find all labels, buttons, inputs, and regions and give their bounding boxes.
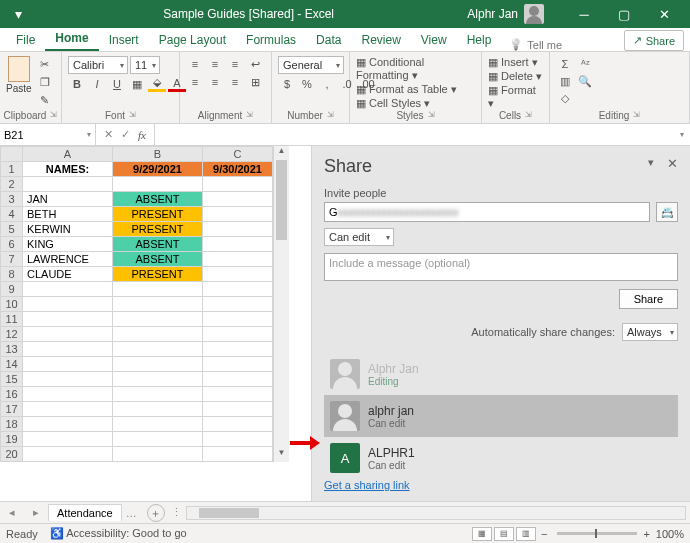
close-button[interactable]: ✕ [644, 0, 684, 28]
maximize-button[interactable]: ▢ [604, 0, 644, 28]
permission-select[interactable]: Can edit [324, 228, 394, 246]
cell[interactable]: PRESENT [113, 222, 203, 237]
align-left-icon[interactable]: ≡ [186, 74, 204, 90]
tab-file[interactable]: File [6, 29, 45, 51]
cell[interactable]: 9/30/2021 [203, 162, 273, 177]
cell[interactable] [203, 387, 273, 402]
cell[interactable] [113, 312, 203, 327]
cell[interactable] [203, 177, 273, 192]
tab-page-layout[interactable]: Page Layout [149, 29, 236, 51]
pane-pin-icon[interactable]: ▾ [648, 156, 654, 169]
cell[interactable] [113, 402, 203, 417]
format-painter-icon[interactable]: ✎ [36, 92, 54, 108]
cell[interactable]: LAWRENCE [23, 252, 113, 267]
cell[interactable] [113, 342, 203, 357]
share-button-top[interactable]: ↗Share [624, 30, 684, 51]
cell[interactable] [203, 372, 273, 387]
cell-styles-button[interactable]: ▦ Cell Styles ▾ [356, 97, 430, 110]
cell[interactable] [23, 177, 113, 192]
cell[interactable] [203, 207, 273, 222]
cell[interactable] [23, 357, 113, 372]
minimize-button[interactable]: ─ [564, 0, 604, 28]
cell[interactable] [23, 312, 113, 327]
font-size-select[interactable]: 11 [130, 56, 160, 74]
align-center-icon[interactable]: ≡ [206, 74, 224, 90]
ribbon-options-icon[interactable]: ▾ [6, 6, 30, 22]
cell[interactable]: NAMES: [23, 162, 113, 177]
row-header[interactable]: 3 [1, 192, 23, 207]
cell[interactable] [203, 327, 273, 342]
cell[interactable] [203, 447, 273, 462]
account-area[interactable]: Alphr Jan [467, 4, 544, 24]
person-row[interactable]: A ALPHR1 Can edit [324, 437, 678, 479]
tell-me-search[interactable]: Tell me [509, 38, 562, 51]
view-page-break-icon[interactable]: ▥ [516, 527, 536, 541]
delete-cells-button[interactable]: ▦ Delete ▾ [488, 70, 542, 83]
row-header[interactable]: 9 [1, 282, 23, 297]
row-header[interactable]: 17 [1, 402, 23, 417]
currency-icon[interactable]: $ [278, 76, 296, 92]
cell[interactable] [203, 297, 273, 312]
person-row[interactable]: alphr jan Can edit [324, 395, 678, 437]
pane-close-icon[interactable]: ✕ [667, 156, 678, 171]
cell[interactable]: ABSENT [113, 237, 203, 252]
formula-bar[interactable] [155, 124, 690, 145]
cell[interactable] [113, 372, 203, 387]
number-format-select[interactable]: General [278, 56, 344, 74]
cell[interactable] [203, 237, 273, 252]
align-right-icon[interactable]: ≡ [226, 74, 244, 90]
cell[interactable] [203, 252, 273, 267]
auto-share-select[interactable]: Always [622, 323, 678, 341]
conditional-formatting-button[interactable]: ▦ Conditional Formatting ▾ [356, 56, 475, 82]
get-sharing-link[interactable]: Get a sharing link [324, 479, 678, 491]
tab-formulas[interactable]: Formulas [236, 29, 306, 51]
spreadsheet-grid[interactable]: A B C 1 NAMES: 9/29/2021 9/30/2021 2 3JA… [0, 146, 311, 501]
vertical-scrollbar[interactable]: ▲▼ [273, 146, 289, 462]
clear-icon[interactable]: ◇ [556, 90, 574, 106]
percent-icon[interactable]: % [298, 76, 316, 92]
row-header[interactable]: 19 [1, 432, 23, 447]
tab-data[interactable]: Data [306, 29, 351, 51]
cell[interactable] [23, 282, 113, 297]
sheet-tab-more[interactable]: … [122, 507, 141, 519]
cell[interactable] [113, 417, 203, 432]
cell[interactable] [203, 402, 273, 417]
view-normal-icon[interactable]: ▦ [472, 527, 492, 541]
align-top-icon[interactable]: ≡ [186, 56, 204, 72]
cell[interactable] [23, 447, 113, 462]
insert-cells-button[interactable]: ▦ Insert ▾ [488, 56, 538, 69]
cell[interactable] [113, 432, 203, 447]
cell[interactable] [113, 327, 203, 342]
horizontal-scrollbar[interactable] [186, 506, 686, 520]
cell[interactable]: PRESENT [113, 207, 203, 222]
select-all-corner[interactable] [1, 147, 23, 162]
cell[interactable] [203, 282, 273, 297]
comma-icon[interactable]: , [318, 76, 336, 92]
tab-review[interactable]: Review [351, 29, 410, 51]
row-header[interactable]: 13 [1, 342, 23, 357]
invite-email-input[interactable]: Gxxxxxxxxxxxxxxxxxxxxxx [324, 202, 650, 222]
row-header[interactable]: 18 [1, 417, 23, 432]
new-sheet-button[interactable]: ＋ [147, 504, 165, 522]
sheet-nav-next-icon[interactable]: ▸ [24, 506, 48, 519]
paste-button[interactable]: Paste [6, 56, 32, 94]
row-header[interactable]: 14 [1, 357, 23, 372]
cancel-formula-icon[interactable]: ✕ [104, 128, 113, 141]
font-name-select[interactable]: Calibri [68, 56, 128, 74]
align-bottom-icon[interactable]: ≡ [226, 56, 244, 72]
cell[interactable] [113, 282, 203, 297]
cell[interactable] [203, 357, 273, 372]
cell[interactable] [203, 432, 273, 447]
cell[interactable] [113, 447, 203, 462]
cell[interactable]: PRESENT [113, 267, 203, 282]
cell[interactable]: KERWIN [23, 222, 113, 237]
row-header[interactable]: 5 [1, 222, 23, 237]
cell[interactable]: 9/29/2021 [113, 162, 203, 177]
message-input[interactable]: Include a message (optional) [324, 253, 678, 281]
cell[interactable] [23, 297, 113, 312]
share-send-button[interactable]: Share [619, 289, 678, 309]
enter-formula-icon[interactable]: ✓ [121, 128, 130, 141]
cell[interactable] [113, 177, 203, 192]
cell[interactable] [113, 357, 203, 372]
cell[interactable] [203, 417, 273, 432]
